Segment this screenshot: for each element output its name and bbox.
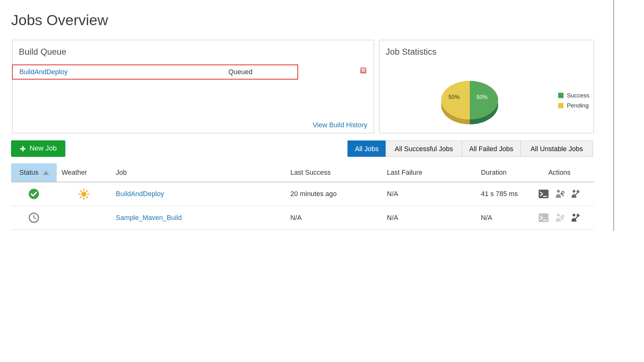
- column-header-job[interactable]: Job: [111, 163, 286, 182]
- weather-cell: [57, 206, 111, 229]
- tab-all-jobs[interactable]: All Jobs: [347, 140, 386, 157]
- table-row: BuildAndDeploy 20 minutes ago N/A 41 s 7…: [11, 182, 594, 206]
- success-swatch-icon: [558, 93, 564, 98]
- success-status-icon: [28, 189, 39, 200]
- pie-label-success: 50%: [476, 94, 487, 100]
- status-cell: [11, 182, 57, 206]
- job-link[interactable]: BuildAndDeploy: [116, 190, 164, 198]
- view-build-history-link[interactable]: View Build History: [313, 121, 367, 129]
- status-cell: [11, 206, 57, 229]
- sunny-weather-icon: [78, 188, 90, 200]
- actions-cell: [538, 182, 594, 206]
- tab-all-successful-jobs[interactable]: All Successful Jobs: [386, 140, 462, 157]
- build-queue-item[interactable]: BuildAndDeploy Queued: [12, 64, 298, 80]
- legend-item-pending: Pending: [558, 102, 589, 109]
- last-success-cell: N/A: [286, 206, 382, 229]
- cancel-build-icon[interactable]: [360, 67, 366, 74]
- last-failure-cell: N/A: [382, 206, 476, 229]
- job-cell: BuildAndDeploy: [111, 182, 286, 206]
- jobs-table: Status Weather Job Last Success Last Fai…: [11, 163, 594, 230]
- pie-label-pending: 50%: [448, 94, 459, 100]
- tab-all-unstable-jobs[interactable]: All Unstable Jobs: [520, 140, 593, 157]
- queued-status-icon: [28, 212, 39, 223]
- plus-icon: [20, 145, 26, 152]
- job-statistics-panel: Job Statistics 50% 50% Success Pending: [379, 40, 594, 134]
- column-header-last-failure[interactable]: Last Failure: [382, 163, 476, 182]
- queued-job-link[interactable]: BuildAndDeploy: [19, 68, 67, 76]
- tab-all-failed-jobs[interactable]: All Failed Jobs: [462, 140, 521, 157]
- column-header-actions: Actions: [538, 163, 594, 182]
- duration-cell: 41 s 785 ms: [476, 182, 539, 206]
- build-with-parameters-icon: [554, 213, 565, 223]
- build-now-icon[interactable]: [570, 189, 581, 199]
- page-title: Jobs Overview: [11, 12, 108, 29]
- new-job-button[interactable]: New Job: [11, 140, 65, 157]
- column-header-status[interactable]: Status: [11, 163, 57, 182]
- column-header-duration[interactable]: Duration: [476, 163, 539, 182]
- jobs-filter-tabs: All Jobs All Successful Jobs All Failed …: [347, 140, 593, 157]
- sort-asc-icon: [43, 171, 49, 175]
- legend-item-success: Success: [558, 92, 589, 99]
- last-success-cell: 20 minutes ago: [286, 182, 382, 206]
- column-header-weather[interactable]: Weather: [57, 163, 111, 182]
- build-with-parameters-icon[interactable]: [554, 189, 565, 199]
- build-queue-panel: Build Queue BuildAndDeploy Queued View B…: [12, 40, 374, 134]
- legend-label-pending: Pending: [567, 102, 589, 109]
- jobs-overview-page: Jobs Overview Build Queue BuildAndDeploy…: [0, 0, 644, 362]
- job-statistics-title: Job Statistics: [386, 47, 436, 57]
- build-now-icon[interactable]: [570, 213, 581, 223]
- new-job-label: New Job: [30, 145, 57, 153]
- last-failure-cell: N/A: [382, 182, 476, 206]
- queued-job-status: Queued: [228, 68, 253, 76]
- column-header-last-success[interactable]: Last Success: [286, 163, 382, 182]
- table-row: Sample_Maven_Build N/A N/A N/A: [11, 206, 594, 230]
- pie-legend: Success Pending: [558, 92, 589, 109]
- actions-cell: [538, 206, 594, 229]
- job-cell: Sample_Maven_Build: [111, 206, 286, 229]
- status-header-label: Status: [19, 169, 38, 177]
- duration-cell: N/A: [476, 206, 539, 229]
- x-glyph: [361, 69, 365, 72]
- legend-label-success: Success: [567, 92, 590, 99]
- pending-swatch-icon: [558, 103, 564, 108]
- vertical-divider: [613, 0, 614, 231]
- build-queue-title: Build Queue: [19, 47, 66, 57]
- jobs-table-header: Status Weather Job Last Success Last Fai…: [11, 163, 594, 182]
- weather-cell: [57, 182, 111, 206]
- console-icon: [538, 213, 549, 223]
- console-icon[interactable]: [538, 189, 549, 199]
- job-link[interactable]: Sample_Maven_Build: [116, 214, 182, 222]
